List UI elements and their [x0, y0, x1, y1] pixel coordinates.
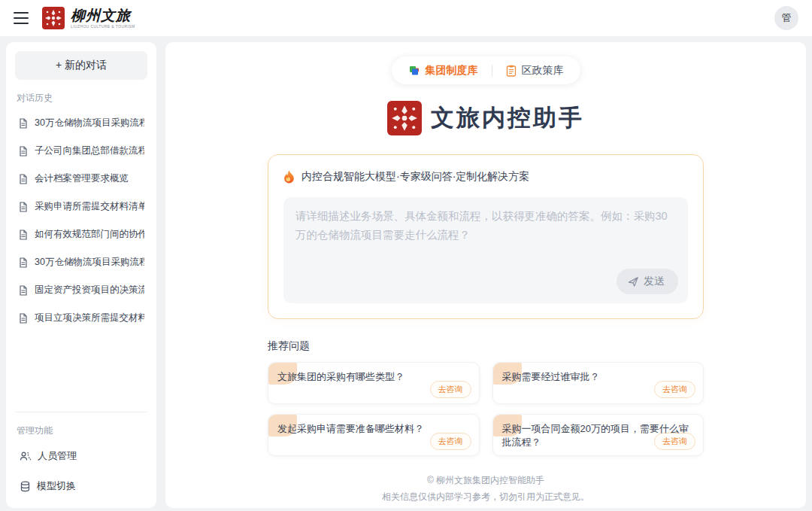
tab-separator	[492, 65, 492, 77]
content-shell: + 新的对话 对话历史 30万仓储物流项目采购流程... 子公司向集团总部借款流…	[6, 42, 806, 508]
users-icon	[20, 451, 32, 461]
document-icon	[18, 118, 29, 129]
history-item[interactable]: 项目立项决策所需提交材料...	[15, 304, 147, 332]
sidebar-item-user-management[interactable]: 人员管理	[15, 442, 147, 470]
seal-logo-icon	[387, 101, 422, 135]
paper-plane-icon	[628, 276, 639, 287]
document-icon	[18, 146, 29, 157]
history-item[interactable]: 30万仓储物流项目采购流程	[15, 248, 147, 276]
menu-icon[interactable]	[14, 12, 29, 24]
suggestion-card[interactable]: 文旅集团的采购有哪些类型？ 去咨询	[268, 362, 480, 404]
admin-section-label: 管理功能	[17, 424, 146, 437]
send-button[interactable]: 发送	[617, 269, 678, 294]
suggested-questions-section: 推荐问题 文旅集团的采购有哪些类型？ 去咨询 采购需要经过谁审批？ 去咨询 发起…	[268, 339, 704, 456]
suggested-questions-label: 推荐问题	[268, 339, 704, 353]
tagline: 内控合规智能大模型·专家级问答·定制化解决方案	[283, 170, 688, 184]
tab-group-rules[interactable]: 集团制度库	[408, 64, 478, 78]
brand-logo: 柳州文旅 LIUZHOU CULTURE & TOURISM	[42, 7, 135, 29]
document-icon	[18, 285, 29, 296]
chat-input-card: 内控合规智能大模型·专家级问答·定制化解决方案 发送	[268, 154, 704, 319]
main-panel: 集团制度库 区政策库	[165, 42, 806, 508]
clipboard-icon	[506, 65, 517, 77]
history-item[interactable]: 子公司向集团总部借款流程...	[15, 137, 147, 165]
knowledge-base-tabs: 集团制度库 区政策库	[392, 56, 580, 84]
new-chat-button[interactable]: + 新的对话	[15, 51, 147, 80]
admin-section: 管理功能 人员管理 模型切换	[15, 412, 147, 500]
message-input-zone: 发送	[283, 197, 688, 303]
message-input[interactable]	[295, 207, 676, 275]
suggestion-card[interactable]: 发起采购申请需要准备哪些材料？ 去咨询	[268, 414, 480, 456]
footer: © 柳州文旅集团内控智能助手 相关信息仅供内部学习参考，切勿引用为正式意见。	[382, 472, 589, 505]
history-item[interactable]: 固定资产投资项目的决策流...	[15, 276, 147, 304]
suggestion-card[interactable]: 采购需要经过谁审批？ 去咨询	[492, 362, 704, 404]
tab-district-policy[interactable]: 区政策库	[506, 64, 564, 78]
suggestion-cards: 文旅集团的采购有哪些类型？ 去咨询 采购需要经过谁审批？ 去咨询 发起采购申请需…	[268, 362, 704, 456]
document-icon	[18, 313, 29, 324]
document-icon	[18, 230, 29, 240]
seal-logo-icon	[42, 7, 65, 29]
history-section-label: 对话历史	[17, 92, 146, 105]
footer-copyright: © 柳州文旅集团内控智能助手	[382, 472, 589, 488]
history-item[interactable]: 采购申请所需提交材料清单	[15, 193, 147, 221]
flame-icon	[283, 170, 295, 184]
brand-name: 柳州文旅	[71, 8, 135, 23]
user-avatar[interactable]: 管	[774, 6, 798, 30]
history-item[interactable]: 会计档案管理要求概览	[15, 165, 147, 193]
suggestion-card[interactable]: 采购一项合同金额20万的项目，需要什么审批流程？ 去咨询	[492, 414, 704, 456]
layers-icon	[408, 65, 420, 77]
page-title: 文旅内控助手	[431, 102, 584, 134]
brand-subtitle: LIUZHOU CULTURE & TOURISM	[71, 25, 135, 29]
footer-disclaimer: 相关信息仅供内部学习参考，切勿引用为正式意见。	[382, 488, 589, 505]
app-title-row: 文旅内控助手	[387, 101, 584, 135]
history-item[interactable]: 如何有效规范部门间的协作...	[15, 221, 147, 248]
document-icon	[18, 257, 29, 268]
database-icon	[20, 481, 31, 492]
history-item[interactable]: 30万仓储物流项目采购流程...	[15, 109, 147, 137]
document-icon	[18, 202, 29, 212]
history-list: 30万仓储物流项目采购流程... 子公司向集团总部借款流程... 会计档案管理要…	[15, 109, 147, 412]
document-icon	[18, 174, 29, 184]
sidebar: + 新的对话 对话历史 30万仓储物流项目采购流程... 子公司向集团总部借款流…	[6, 42, 156, 508]
top-bar: 柳州文旅 LIUZHOU CULTURE & TOURISM 管	[0, 0, 812, 36]
sidebar-item-model-switch[interactable]: 模型切换	[15, 472, 147, 500]
